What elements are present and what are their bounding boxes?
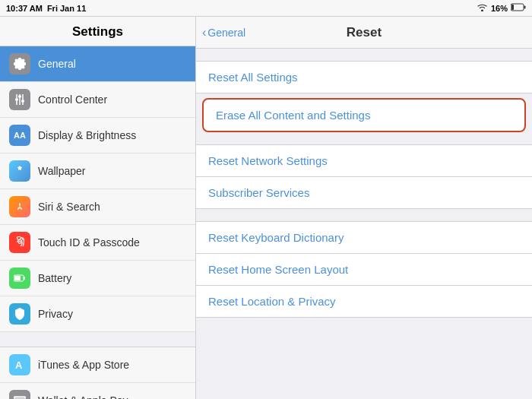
reset-network-label: Reset Network Settings <box>208 154 328 167</box>
svg-point-12 <box>19 242 21 244</box>
sidebar-item-battery[interactable]: Battery <box>0 261 195 296</box>
reset-all-settings-label: Reset All Settings <box>208 71 298 84</box>
back-button[interactable]: ‹ General <box>202 26 245 40</box>
itunes-appstore-icon: A <box>9 354 30 375</box>
section-1: Reset All Settings Erase All Content and… <box>196 61 532 132</box>
wallpaper-icon <box>9 160 30 182</box>
reset-home-screen-row[interactable]: Reset Home Screen Layout <box>196 253 532 285</box>
subscriber-services-label: Subscriber Services <box>208 186 309 199</box>
content-title: Reset <box>347 25 382 40</box>
reset-all-settings-row[interactable]: Reset All Settings <box>196 61 532 93</box>
sidebar-item-touch-id[interactable]: Touch ID & Passcode <box>0 225 195 261</box>
control-center-label: Control Center <box>38 93 107 106</box>
svg-text:A: A <box>15 359 23 371</box>
svg-point-5 <box>21 100 24 103</box>
content-area: ‹ General Reset Reset All Settings Erase… <box>196 17 532 399</box>
sidebar-item-wallet-applepay[interactable]: Wallet & Apple Pay <box>0 383 195 399</box>
sidebar-item-itunes-appstore[interactable]: A iTunes & App Store <box>0 347 195 383</box>
sidebar-item-control-center[interactable]: Control Center <box>0 82 195 118</box>
itunes-appstore-label: iTunes & App Store <box>38 359 129 371</box>
main-layout: Settings General <box>0 17 532 399</box>
battery-icon-sidebar <box>9 268 30 289</box>
wallpaper-label: Wallpaper <box>38 165 86 177</box>
touch-id-icon <box>9 232 30 253</box>
erase-all-content-row[interactable]: Erase All Content and Settings <box>202 98 526 132</box>
content-header: ‹ General Reset <box>196 17 532 49</box>
group-separator-1 <box>0 332 195 347</box>
control-center-icon <box>9 89 30 110</box>
sidebar-items: General Control Cent <box>0 46 195 399</box>
reset-network-row[interactable]: Reset Network Settings <box>196 144 532 176</box>
date: Fri Jan 11 <box>47 4 86 13</box>
section-3: Reset Keyboard Dictionary Reset Home Scr… <box>196 221 532 318</box>
status-bar-right: 16% <box>477 3 526 13</box>
touch-id-label: Touch ID & Passcode <box>38 236 140 249</box>
display-brightness-icon: AA <box>9 125 30 146</box>
svg-point-4 <box>18 95 21 98</box>
privacy-label: Privacy <box>38 308 73 320</box>
reset-keyboard-row[interactable]: Reset Keyboard Dictionary <box>196 221 532 253</box>
status-bar-left: 10:37 AM Fri Jan 11 <box>6 4 86 13</box>
reset-location-row[interactable]: Reset Location & Privacy <box>196 285 532 318</box>
svg-rect-14 <box>24 277 26 280</box>
reset-location-label: Reset Location & Privacy <box>208 295 336 308</box>
sidebar-item-wallpaper[interactable]: Wallpaper <box>0 154 195 189</box>
sidebar-item-siri-search[interactable]: Siri & Search <box>0 189 195 225</box>
svg-rect-15 <box>14 276 21 280</box>
privacy-icon <box>9 303 30 325</box>
battery-label: Battery <box>38 272 71 284</box>
battery-text: 16% <box>491 4 508 13</box>
general-label: General <box>38 58 76 70</box>
svg-rect-1 <box>524 6 526 9</box>
reset-home-screen-label: Reset Home Screen Layout <box>208 263 348 276</box>
wallet-applepay-label: Wallet & Apple Pay <box>38 394 128 399</box>
sidebar-title: Settings <box>0 17 195 46</box>
wallet-applepay-icon <box>9 390 30 399</box>
back-chevron-icon: ‹ <box>202 26 206 40</box>
back-label: General <box>207 27 245 39</box>
status-bar: 10:37 AM Fri Jan 11 16% <box>0 0 532 17</box>
section-2: Reset Network Settings Subscriber Servic… <box>196 144 532 209</box>
general-icon <box>9 53 30 74</box>
svg-point-3 <box>15 98 18 101</box>
time: 10:37 AM <box>6 4 43 13</box>
battery-icon <box>511 3 526 13</box>
svg-rect-2 <box>511 5 514 10</box>
erase-all-content-label: Erase All Content and Settings <box>216 109 370 122</box>
siri-search-label: Siri & Search <box>38 201 100 213</box>
sidebar: Settings General <box>0 17 196 399</box>
siri-search-icon <box>9 196 30 217</box>
wifi-icon <box>477 3 488 13</box>
reset-keyboard-label: Reset Keyboard Dictionary <box>208 231 344 244</box>
sidebar-item-general[interactable]: General <box>0 46 195 82</box>
sidebar-item-privacy[interactable]: Privacy <box>0 296 195 332</box>
subscriber-services-row[interactable]: Subscriber Services <box>196 176 532 209</box>
sidebar-item-display-brightness[interactable]: AA Display & Brightness <box>0 118 195 154</box>
content-body: Reset All Settings Erase All Content and… <box>196 49 532 399</box>
display-brightness-label: Display & Brightness <box>38 129 136 141</box>
svg-rect-19 <box>14 397 25 398</box>
